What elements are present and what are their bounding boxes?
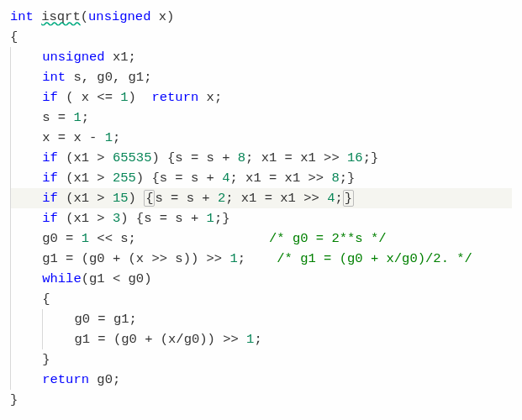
code-line: unsigned x1;: [10, 47, 512, 67]
code-token: if: [42, 191, 66, 206]
code-token: }: [343, 190, 354, 207]
code-line: }: [10, 349, 512, 370]
code-token: {: [42, 291, 50, 307]
code-token: (x1 >: [66, 150, 113, 165]
code-token: ;: [113, 130, 120, 145]
code-token: 1: [120, 90, 128, 105]
code-token: ) {s = s +: [120, 211, 206, 226]
code-token: (: [81, 9, 88, 24]
code-line: if (x1 > 3) {s = s + 1;}: [10, 208, 512, 228]
code-token: }: [10, 392, 18, 407]
code-token: ;: [82, 110, 89, 125]
code-token: ;}: [363, 150, 379, 165]
code-token: /* g0 = 2**s */: [269, 231, 387, 246]
code-token: << s;: [89, 231, 269, 246]
code-line: x = x - 1;: [10, 128, 512, 148]
code-token: 8: [238, 150, 245, 165]
code-token: if: [42, 90, 66, 105]
code-line: if ( x <= 1) return x;: [10, 87, 512, 108]
code-token: g1 = (g0 + (x >> s)) >>: [42, 251, 229, 266]
code-token: 2: [218, 191, 225, 206]
code-token: while: [42, 271, 82, 286]
code-line: g0 = 1 << s; /* g0 = 2**s */: [10, 228, 512, 249]
code-token: ;}: [214, 211, 230, 226]
code-token: 1: [207, 211, 214, 226]
code-token: ( x <=: [66, 90, 120, 105]
code-token: 8: [331, 171, 339, 186]
code-line: g0 = g1;: [10, 309, 512, 329]
code-token: ;: [254, 332, 261, 347]
code-token: ): [129, 90, 152, 105]
code-token: x1;: [113, 50, 136, 65]
code-line: }: [10, 390, 512, 410]
code-token: s =: [42, 110, 73, 125]
code-token: {: [10, 29, 18, 45]
code-token: 1: [246, 332, 254, 347]
code-token: if: [42, 150, 66, 165]
code-token: ) {s = s +: [136, 171, 222, 186]
code-token: s, g0, g1;: [73, 70, 151, 85]
code-token: 1: [73, 110, 81, 125]
code-token: 255: [113, 171, 136, 186]
code-token: x;: [207, 90, 223, 105]
code-token: 65535: [113, 150, 152, 165]
code-token: ): [129, 191, 145, 206]
code-token: g0;: [97, 372, 120, 387]
code-line: int s, g0, g1;: [10, 67, 512, 87]
code-line: {: [10, 289, 512, 309]
code-token: if: [42, 171, 66, 186]
code-token: int: [10, 9, 41, 24]
code-token: (x1 >: [66, 171, 113, 186]
code-token: ) {s = s +: [151, 150, 237, 165]
code-token: if: [42, 211, 66, 226]
code-token: return: [151, 90, 206, 105]
code-token: }: [42, 352, 50, 367]
code-token: int: [42, 70, 73, 85]
code-token: unsigned: [42, 50, 113, 65]
code-token: g0 = g1;: [74, 312, 136, 327]
code-line: int isqrt(unsigned x): [10, 7, 512, 27]
code-token: s = s +: [155, 191, 217, 206]
code-token: ;}: [340, 171, 356, 186]
code-token: 1: [105, 130, 113, 145]
code-line: while(g1 < g0): [10, 269, 512, 289]
code-token: 16: [347, 150, 363, 165]
code-token: (x1 >: [66, 211, 113, 226]
code-line: if (x1 > 65535) {s = s + 8; x1 = x1 >> 1…: [10, 148, 512, 168]
code-token: ;: [335, 191, 342, 206]
code-token: ; x1 = x1 >>: [229, 171, 331, 186]
code-line: g1 = (g0 + (x/g0)) >> 1;: [10, 329, 512, 349]
code-token: isqrt: [41, 9, 81, 24]
code-editor: int isqrt(unsigned x){ unsigned x1; int …: [0, 0, 522, 417]
code-token: x): [159, 9, 175, 24]
code-token: ; x1 = x1 >>: [245, 150, 347, 165]
code-line: if (x1 > 255) {s = s + 4; x1 = x1 >> 8;}: [10, 168, 512, 188]
code-token: 1: [229, 251, 237, 266]
code-line: {: [10, 27, 512, 47]
code-token: g0 =: [42, 231, 82, 246]
code-token: g1 = (g0 + (x/g0)) >>: [74, 332, 246, 347]
code-token: ; x1 = x1 >>: [225, 191, 327, 206]
code-line: g1 = (g0 + (x >> s)) >> 1; /* g1 = (g0 +…: [10, 249, 512, 269]
code-token: (g1 < g0): [82, 271, 152, 286]
code-line: return g0;: [10, 370, 512, 390]
code-token: x = x -: [42, 130, 104, 145]
code-token: unsigned: [88, 9, 159, 24]
code-token: /* g1 = (g0 + x/g0)/2. */: [277, 251, 472, 266]
code-token: 3: [113, 211, 120, 226]
code-token: (x1 >: [66, 191, 113, 206]
code-token: 1: [82, 231, 89, 246]
code-line: if (x1 > 15) {s = s + 2; x1 = x1 >> 4;}: [10, 188, 512, 208]
code-line: s = 1;: [10, 108, 512, 128]
code-token: return: [42, 372, 97, 387]
code-token: ;: [238, 251, 277, 266]
code-token: {: [144, 190, 155, 207]
code-token: 15: [113, 191, 129, 206]
